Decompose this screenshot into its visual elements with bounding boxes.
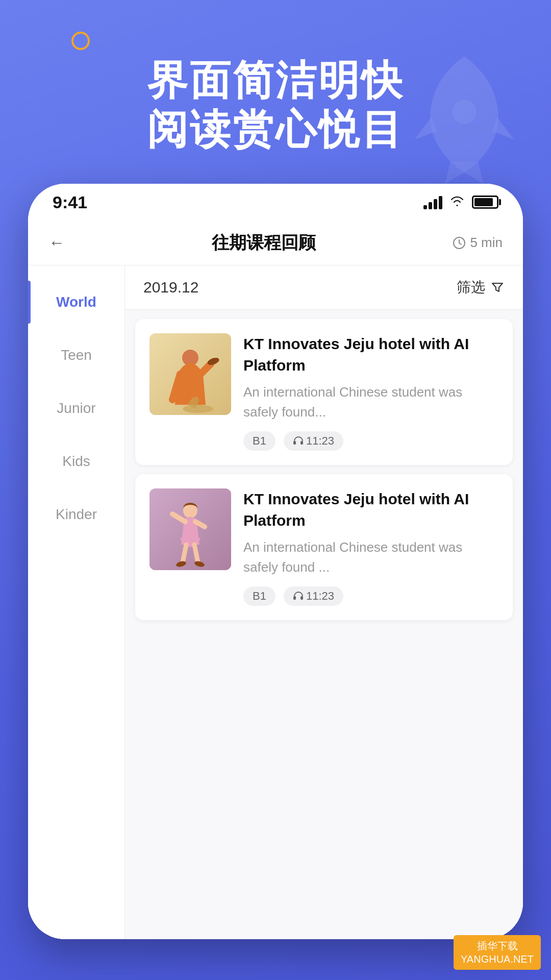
article-card-1[interactable]: KT Innovates Jeju hotel with AI Platform…: [135, 319, 513, 465]
filter-button[interactable]: 筛选: [457, 278, 505, 297]
sidebar-item-kinder[interactable]: Kinder: [28, 488, 124, 541]
status-bar: 9:41: [28, 184, 523, 220]
status-time: 9:41: [53, 192, 87, 212]
svg-rect-8: [300, 441, 303, 445]
article-info-2: KT Innovates Jeju hotel with AI Platform…: [243, 488, 498, 606]
article-duration-1: 11:23: [284, 431, 343, 451]
article-title-2: KT Innovates Jeju hotel with AI Platform: [243, 488, 498, 531]
watermark-line2: YANGHUA.NET: [461, 952, 534, 966]
date-text: 2019.12: [143, 279, 198, 296]
orange-dot-decoration: [71, 32, 90, 50]
svg-rect-7: [293, 441, 296, 445]
headphone-icon-1: [293, 436, 303, 446]
article-duration-2: 11:23: [284, 586, 343, 606]
hero-section: 界面简洁明快 阅读赏心悦目: [0, 56, 551, 154]
sidebar: World Teen Junior Kids Kinder: [28, 265, 125, 939]
sidebar-item-kids[interactable]: Kids: [28, 435, 124, 488]
watermark: 插华下载 YANGHUA.NET: [454, 935, 541, 970]
date-header: 2019.12 筛选: [125, 265, 523, 310]
nav-title: 往期课程回顾: [75, 231, 453, 255]
article-title-1: KT Innovates Jeju hotel with AI Platform: [243, 333, 498, 376]
headphone-icon-2: [293, 591, 303, 601]
article-thumbnail-2: [149, 488, 231, 570]
sidebar-item-world[interactable]: World: [28, 276, 124, 329]
nav-time-value: 5 min: [470, 235, 503, 251]
article-image-1: [149, 333, 231, 415]
sidebar-item-junior[interactable]: Junior: [28, 382, 124, 435]
article-thumbnail-1: [149, 333, 231, 415]
svg-point-11: [183, 504, 197, 518]
sidebar-item-teen[interactable]: Teen: [28, 329, 124, 382]
article-desc-2: An international Chinese student was saf…: [243, 537, 498, 577]
status-icons: [423, 194, 498, 210]
article-level-2: B1: [243, 586, 276, 606]
hero-line1: 界面简洁明快: [0, 56, 551, 105]
article-tags-2: B1 11:23: [243, 586, 498, 606]
wifi-icon: [449, 194, 465, 210]
article-desc-1: An international Chinese student was saf…: [243, 382, 498, 422]
nav-time-badge: 5 min: [453, 235, 503, 251]
back-button[interactable]: ←: [48, 233, 65, 252]
svg-rect-15: [300, 596, 303, 600]
filter-icon: [490, 280, 505, 295]
filter-label: 筛选: [457, 278, 485, 297]
hero-line2: 阅读赏心悦目: [0, 105, 551, 154]
svg-point-6: [183, 405, 213, 413]
battery-icon: [472, 195, 498, 209]
article-info-1: KT Innovates Jeju hotel with AI Platform…: [243, 333, 498, 451]
clock-icon: [453, 236, 466, 250]
article-card-2[interactable]: KT Innovates Jeju hotel with AI Platform…: [135, 474, 513, 620]
list-area: 2019.12 筛选: [125, 265, 523, 939]
article-level-1: B1: [243, 431, 276, 451]
phone-frame: 9:41 ← 往期课程回顾: [28, 184, 523, 939]
svg-rect-14: [293, 596, 296, 600]
article-image-2: [149, 488, 231, 570]
signal-icon: [423, 195, 442, 209]
content-area: World Teen Junior Kids Kinder 2019.12 筛选: [28, 265, 523, 939]
watermark-line1: 插华下载: [461, 939, 534, 952]
nav-bar: ← 往期课程回顾 5 min: [28, 220, 523, 265]
article-tags-1: B1 11:23: [243, 431, 498, 451]
